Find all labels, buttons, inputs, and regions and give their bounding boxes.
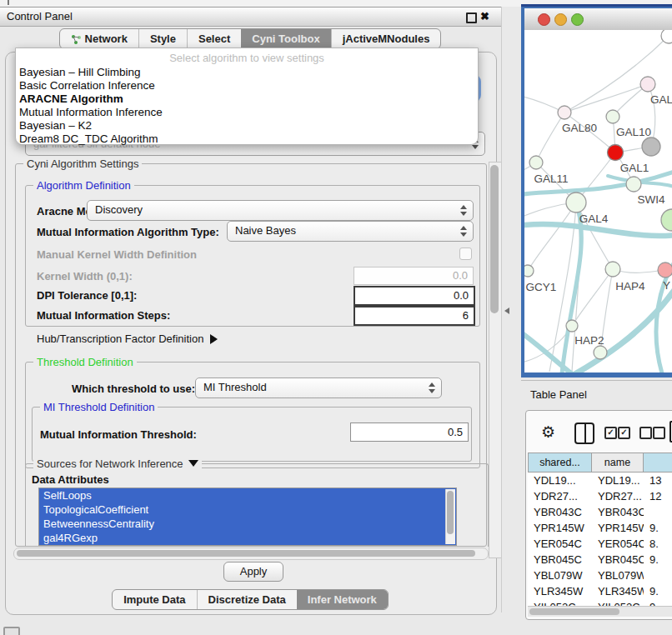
minimize-traffic-light[interactable] bbox=[554, 13, 567, 26]
table-horizontal-scrollbar[interactable] bbox=[528, 606, 672, 617]
tab-jactivemnodules[interactable]: jActiveMNodules bbox=[331, 29, 441, 48]
table-row[interactable]: YPR145WYPR145W9. bbox=[528, 520, 672, 536]
node-pink-edge[interactable] bbox=[658, 262, 672, 278]
top-mark bbox=[8, 0, 9, 5]
manual-kernel-checkbox[interactable] bbox=[459, 248, 472, 260]
table-row[interactable]: YBR045CYBR045C9. bbox=[528, 552, 672, 568]
table-row[interactable]: YBR043CYBR043C bbox=[528, 504, 672, 520]
apply-button[interactable]: Apply bbox=[223, 562, 283, 582]
node-label: GCY1 bbox=[526, 281, 557, 293]
split-columns-icon[interactable] bbox=[574, 422, 594, 444]
tab-impute-data[interactable]: Impute Data bbox=[113, 590, 196, 609]
settings-group-title: Cyni Algorithm Settings bbox=[23, 158, 142, 170]
scrollbar-thumb[interactable] bbox=[529, 608, 619, 615]
float-window-icon[interactable] bbox=[466, 12, 477, 23]
table-row[interactable]: YDL19...YDL19...13 bbox=[528, 472, 672, 488]
which-threshold-label: Which threshold to use: bbox=[72, 382, 195, 395]
algorithm-option[interactable]: Mutual Information Inference bbox=[19, 106, 163, 118]
node-gal10[interactable] bbox=[606, 110, 619, 123]
node-gal11[interactable] bbox=[529, 156, 543, 169]
table-row[interactable]: YER054CYER054C8. bbox=[528, 536, 672, 552]
table-row[interactable]: YLR345WYLR345W9. bbox=[528, 583, 672, 599]
dpi-tolerance-field[interactable]: 0.0 bbox=[354, 286, 475, 306]
node-gal1[interactable] bbox=[608, 145, 624, 161]
stepper-icon bbox=[460, 205, 467, 216]
node-label: GAL4 bbox=[579, 212, 609, 225]
scrollbar-thumb[interactable] bbox=[17, 550, 475, 557]
checkbox-unchecked-icon[interactable] bbox=[653, 427, 665, 439]
threshold-definition-title: Threshold Definition bbox=[33, 356, 137, 368]
table-panel-title: Table Panel bbox=[530, 388, 587, 401]
node-swi4[interactable] bbox=[626, 177, 641, 192]
settings-vertical-scrollbar[interactable] bbox=[489, 162, 502, 558]
algorithm-option[interactable]: Basic Correlation Inference bbox=[19, 79, 155, 92]
table-row[interactable]: YDR27...YDR27...12 bbox=[528, 488, 672, 504]
close-icon[interactable]: ✖ bbox=[480, 10, 489, 22]
zoom-traffic-light[interactable] bbox=[571, 13, 584, 26]
checkbox-checked-icon[interactable]: ✓ bbox=[604, 427, 617, 439]
list-item[interactable]: TopologicalCoefficient bbox=[39, 502, 456, 517]
tab-select[interactable]: Select bbox=[187, 29, 241, 48]
mi-type-label: Mutual Information Algorithm Type: bbox=[37, 226, 219, 238]
screen: Control Panel ✖ Network Style Select Cyn… bbox=[0, 0, 672, 635]
node-gal4[interactable] bbox=[566, 192, 586, 212]
tab-discretize-data[interactable]: Discretize Data bbox=[197, 590, 297, 609]
column-header-name[interactable]: name bbox=[592, 452, 644, 472]
algorithm-option[interactable]: Dream8 DC_TDC Algorithm bbox=[19, 132, 158, 145]
sources-group-title[interactable]: Sources for Network Inference bbox=[33, 458, 202, 470]
stepper-icon bbox=[429, 382, 435, 393]
checkbox-checked-icon[interactable]: ✓ bbox=[618, 427, 630, 439]
algorithm-option-selected[interactable]: ARACNE Algorithm bbox=[19, 92, 123, 105]
scrollbar-thumb[interactable] bbox=[490, 165, 499, 313]
algorithm-option[interactable]: Bayesian – K2 bbox=[19, 119, 92, 132]
table-header-row: shared... name bbox=[528, 452, 672, 472]
table-row[interactable]: YIL052CYIL052C9 bbox=[528, 599, 672, 606]
list-scrollbar[interactable] bbox=[445, 489, 455, 544]
network-canvas[interactable]: GAL GAL80 GAL10 GAL1 GAL11 SWI4 GAL4 GCY… bbox=[524, 30, 672, 372]
node-gcy1[interactable] bbox=[524, 265, 534, 277]
node-bottom[interactable] bbox=[594, 346, 607, 359]
list-item[interactable]: gal4RGexp bbox=[39, 531, 456, 545]
node-gal80[interactable] bbox=[558, 106, 571, 119]
table-row[interactable]: YBL079WYBL079W bbox=[528, 568, 672, 583]
close-traffic-light[interactable] bbox=[538, 13, 550, 26]
bottom-tab-bar: Impute Data Discretize Data Infer Networ… bbox=[0, 589, 500, 610]
network-window-titlebar[interactable] bbox=[524, 8, 672, 31]
which-threshold-combo[interactable]: MI Threshold bbox=[195, 378, 442, 398]
list-item[interactable]: SelfLoops bbox=[39, 488, 456, 502]
gear-icon[interactable]: ⚙ bbox=[541, 422, 555, 442]
tab-network[interactable]: Network bbox=[60, 29, 138, 48]
algorithm-dropdown-popup: Select algorithm to view settings Bayesi… bbox=[15, 48, 479, 145]
mi-steps-label: Mutual Information Steps: bbox=[37, 309, 170, 322]
node-gal-partial[interactable] bbox=[640, 77, 655, 92]
settings-horizontal-scrollbar[interactable] bbox=[13, 548, 489, 560]
dock-icon[interactable] bbox=[3, 627, 20, 635]
column-header-extra[interactable] bbox=[644, 452, 672, 472]
tab-infer-network[interactable]: Infer Network bbox=[297, 590, 388, 609]
node-hap4[interactable] bbox=[605, 262, 620, 277]
data-attributes-label: Data Attributes bbox=[32, 473, 109, 486]
list-item[interactable]: BetweennessCentrality bbox=[39, 517, 456, 531]
algorithm-option[interactable]: Bayesian – Hill Climbing bbox=[19, 66, 141, 78]
mi-threshold-field[interactable]: 0.5 bbox=[350, 422, 469, 442]
control-panel-title: Control Panel bbox=[7, 8, 73, 26]
node-label: GAL80 bbox=[562, 122, 597, 134]
node-hap2[interactable] bbox=[566, 320, 578, 332]
aracne-mode-combo[interactable]: Discovery bbox=[87, 200, 474, 221]
checkbox-unchecked-icon[interactable] bbox=[639, 427, 652, 439]
tab-cyni-toolbox[interactable]: Cyni Toolbox bbox=[241, 29, 330, 48]
tab-style[interactable]: Style bbox=[138, 29, 187, 48]
node-green-edge[interactable] bbox=[661, 209, 672, 231]
node-gray[interactable] bbox=[642, 138, 660, 156]
mi-threshold-label: Mutual Information Threshold: bbox=[40, 428, 197, 441]
divider-collapse-icon[interactable] bbox=[504, 308, 509, 314]
mi-type-combo[interactable]: Naive Bayes bbox=[227, 221, 474, 242]
node-label: GAL bbox=[650, 93, 672, 106]
mi-steps-field[interactable]: 6 bbox=[354, 306, 475, 326]
column-header-shared[interactable]: shared... bbox=[528, 452, 592, 472]
expand-right-icon bbox=[210, 334, 218, 344]
panel-divider[interactable] bbox=[501, 7, 502, 612]
node-label: Y bbox=[663, 279, 670, 292]
kernel-width-field[interactable]: 0.0 bbox=[354, 267, 474, 285]
hub-definition-expander[interactable]: Hub/Transcription Factor Definition bbox=[37, 332, 218, 345]
